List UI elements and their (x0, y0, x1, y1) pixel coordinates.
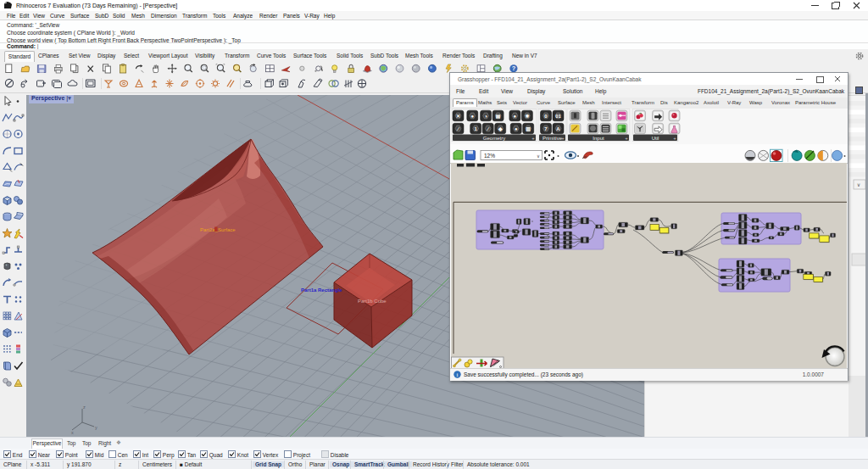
svg-text:Util: Util (652, 136, 659, 141)
svg-text:01: 01 (555, 114, 561, 119)
svg-text:y: y (95, 425, 97, 430)
svg-text:z: z (83, 405, 86, 410)
svg-text:◑: ◑ (484, 114, 487, 119)
svg-text:Part2a_Surface: Part2a_Surface (200, 227, 236, 232)
svg-text:∨: ∨ (537, 154, 540, 159)
svg-text:▤: ▤ (496, 114, 501, 119)
svg-text:✵: ✵ (524, 114, 530, 119)
svg-text:?: ? (512, 64, 516, 72)
svg-text:+: + (673, 136, 676, 141)
svg-text:●: ● (470, 114, 474, 119)
svg-text:+: + (531, 136, 535, 141)
svg-text:+: + (625, 136, 628, 141)
svg-text:+: + (561, 136, 565, 141)
svg-text:◆: ◆ (498, 126, 503, 131)
svg-text:12%: 12% (484, 153, 495, 159)
svg-text:●: ● (515, 126, 518, 131)
svg-text:A: A (556, 126, 560, 131)
svg-text:Input: Input (593, 136, 604, 141)
svg-text:∨: ∨ (857, 182, 860, 187)
svg-text:Geometry: Geometry (483, 136, 505, 141)
svg-text:Primitive: Primitive (542, 136, 563, 141)
svg-text:i: i (457, 371, 459, 378)
svg-text:Part1b Cube: Part1b Cube (358, 299, 387, 304)
svg-text:●: ● (514, 114, 517, 119)
svg-text:x: x (71, 430, 74, 435)
svg-text:Part1a Rectangle: Part1a Rectangle (301, 288, 342, 293)
svg-text:▥: ▥ (526, 126, 531, 131)
svg-text:✕: ✕ (456, 114, 460, 119)
